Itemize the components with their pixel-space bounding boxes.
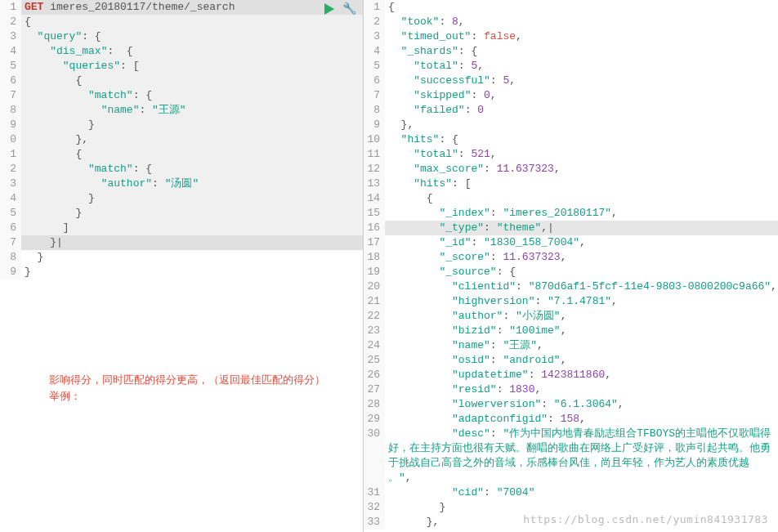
code-line[interactable]: 9 } bbox=[0, 118, 363, 132]
line-content: } bbox=[21, 206, 363, 221]
line-number: 2 bbox=[0, 15, 21, 29]
editor-toolbar: 🔧 bbox=[324, 2, 356, 16]
code-line[interactable]: 28 "lowerversion": "6.1.3064", bbox=[364, 397, 778, 412]
code-line[interactable]: 11 "total": 521, bbox=[364, 147, 778, 162]
line-number: 5 bbox=[364, 59, 385, 74]
line-number: 23 bbox=[364, 324, 385, 338]
wrench-icon[interactable]: 🔧 bbox=[342, 2, 356, 16]
code-line[interactable]: 7 "match": { bbox=[0, 88, 363, 103]
code-line[interactable]: 3 "timed_out": false, bbox=[364, 29, 778, 44]
line-content: "adaptconfigid": 158, bbox=[385, 412, 778, 427]
code-line[interactable]: 6 "successful": 5, bbox=[364, 74, 778, 88]
code-line[interactable]: 13 "hits": [ bbox=[364, 177, 778, 191]
code-line[interactable]: 31 "cid": "7004" bbox=[364, 485, 778, 500]
code-line[interactable]: 14 { bbox=[364, 191, 778, 206]
line-number: 20 bbox=[364, 279, 385, 294]
annotation-text: 影响得分，同时匹配的得分更高，（返回最佳匹配的得分） 举例： bbox=[49, 372, 325, 405]
line-number: 28 bbox=[364, 397, 385, 412]
line-number: 24 bbox=[364, 338, 385, 353]
code-line[interactable]: 2 "took": 8, bbox=[364, 15, 778, 29]
line-content: } bbox=[21, 118, 363, 132]
code-line[interactable]: 3 "query": { bbox=[0, 29, 363, 44]
line-content: { bbox=[21, 74, 363, 88]
code-line[interactable]: 12 "max_score": 11.637323, bbox=[364, 162, 778, 177]
response-panel: 1{2 "took": 8,3 "timed_out": false,4 "_s… bbox=[364, 0, 778, 532]
code-line[interactable]: 16 "_type": "theme",| bbox=[364, 221, 778, 235]
code-line[interactable]: 7 "skipped": 0, bbox=[364, 88, 778, 103]
code-line[interactable]: 5 "total": 5, bbox=[364, 59, 778, 74]
line-content: "updatetime": 1423811860, bbox=[385, 368, 778, 382]
code-line[interactable]: 4 "_shards": { bbox=[364, 44, 778, 59]
line-number: 16 bbox=[364, 221, 385, 235]
code-line[interactable]: 9} bbox=[0, 265, 363, 279]
line-content: { bbox=[385, 0, 778, 15]
line-content: "author": "小汤圆", bbox=[385, 309, 778, 324]
line-content: } bbox=[21, 265, 363, 279]
line-number: 31 bbox=[364, 485, 385, 500]
code-line[interactable]: 27 "resid": 1830, bbox=[364, 382, 778, 397]
code-line[interactable]: 17 "_id": "1830_158_7004", bbox=[364, 235, 778, 250]
line-number: 4 bbox=[0, 191, 21, 206]
line-number: 9 bbox=[0, 265, 21, 279]
code-line[interactable]: 24 "name": "王源", bbox=[364, 338, 778, 353]
code-line[interactable]: 2{ bbox=[0, 15, 363, 29]
line-content: "highversion": "7.1.4781", bbox=[385, 294, 778, 309]
code-line[interactable]: 22 "author": "小汤圆", bbox=[364, 309, 778, 324]
code-line[interactable]: 20 "clientid": "870d6af1-5fcf-11e4-9803-… bbox=[364, 279, 778, 294]
line-number: 5 bbox=[0, 59, 21, 74]
code-line[interactable]: 21 "highversion": "7.1.4781", bbox=[364, 294, 778, 309]
line-content: "match": { bbox=[21, 162, 363, 177]
code-line[interactable]: 23 "bizid": "100ime", bbox=[364, 324, 778, 338]
request-editor[interactable]: 1GET imeres_20180117/theme/_search2{3 "q… bbox=[0, 0, 363, 279]
code-line[interactable]: 8 "name": "王源" bbox=[0, 103, 363, 118]
line-content: "name": "王源" bbox=[21, 103, 363, 118]
line-content: }| bbox=[21, 235, 363, 250]
code-line[interactable]: 4 "dis_max": { bbox=[0, 44, 363, 59]
code-line[interactable]: 8 } bbox=[0, 250, 363, 265]
line-content: "failed": 0 bbox=[385, 103, 778, 118]
code-line[interactable]: 3 "author": "汤圆" bbox=[0, 177, 363, 191]
code-line[interactable]: 6 ] bbox=[0, 221, 363, 235]
code-line[interactable]: 6 { bbox=[0, 74, 363, 88]
line-number: 2 bbox=[0, 162, 21, 177]
code-line[interactable]: 5 } bbox=[0, 206, 363, 221]
line-number: 32 bbox=[364, 500, 385, 515]
code-line[interactable]: 8 "failed": 0 bbox=[364, 103, 778, 118]
code-line[interactable]: 5 "queries": [ bbox=[0, 59, 363, 74]
code-line[interactable]: 10 "hits": { bbox=[364, 132, 778, 147]
code-line[interactable]: 7 }| bbox=[0, 235, 363, 250]
line-number: 14 bbox=[364, 191, 385, 206]
line-number: 7 bbox=[364, 88, 385, 103]
code-line[interactable]: 15 "_index": "imeres_20180117", bbox=[364, 206, 778, 221]
line-number: 2 bbox=[364, 15, 385, 29]
code-line[interactable]: 26 "updatetime": 1423811860, bbox=[364, 368, 778, 382]
line-content: }, bbox=[385, 118, 778, 132]
code-line[interactable]: 2 "match": { bbox=[0, 162, 363, 177]
code-line[interactable]: 18 "_score": 11.637323, bbox=[364, 250, 778, 265]
code-line[interactable]: 30 "desc": "作为中国内地青春励志组合TFBOYS的主唱他不仅歌唱得好… bbox=[364, 427, 778, 485]
run-icon[interactable] bbox=[324, 3, 334, 15]
code-line[interactable]: 25 "osid": "android", bbox=[364, 353, 778, 368]
request-panel: 1GET imeres_20180117/theme/_search2{3 "q… bbox=[0, 0, 364, 532]
line-number: 4 bbox=[364, 44, 385, 59]
response-viewer[interactable]: 1{2 "took": 8,3 "timed_out": false,4 "_s… bbox=[364, 0, 778, 530]
line-content: "_score": 11.637323, bbox=[385, 250, 778, 265]
line-content: ] bbox=[21, 221, 363, 235]
line-content: GET imeres_20180117/theme/_search bbox=[21, 0, 363, 15]
line-content: "match": { bbox=[21, 88, 363, 103]
code-line[interactable]: 4 } bbox=[0, 191, 363, 206]
code-line[interactable]: 1GET imeres_20180117/theme/_search bbox=[0, 0, 363, 15]
code-line[interactable]: 1{ bbox=[364, 0, 778, 15]
code-line[interactable]: 29 "adaptconfigid": 158, bbox=[364, 412, 778, 427]
line-content: "author": "汤圆" bbox=[21, 177, 363, 191]
code-line[interactable]: 0 }, bbox=[0, 132, 363, 147]
line-content: }, bbox=[21, 132, 363, 147]
code-line[interactable]: 19 "_source": { bbox=[364, 265, 778, 279]
code-line[interactable]: 9 }, bbox=[364, 118, 778, 132]
code-line[interactable]: 1 { bbox=[0, 147, 363, 162]
annotation-line-2: 举例： bbox=[49, 388, 325, 405]
line-content: "osid": "android", bbox=[385, 353, 778, 368]
line-content: "skipped": 0, bbox=[385, 88, 778, 103]
watermark-text: https://blog.csdn.net/yumin841931783 bbox=[523, 513, 768, 525]
line-number: 26 bbox=[364, 368, 385, 382]
